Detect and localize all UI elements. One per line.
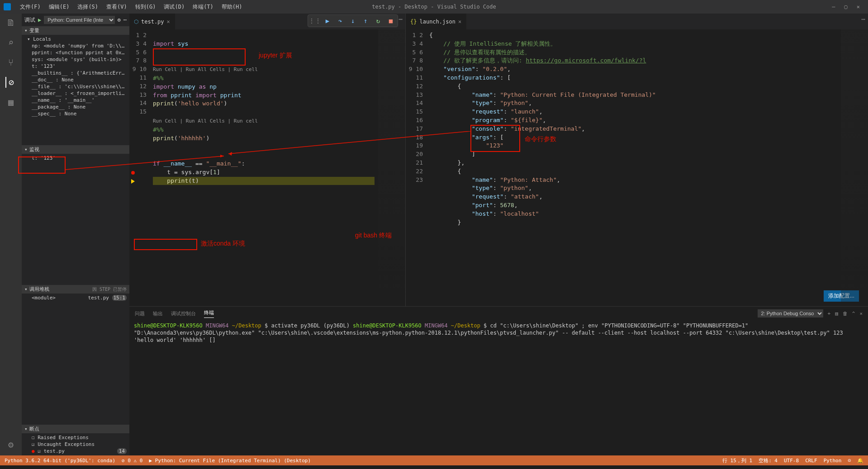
tab-close-icon[interactable]: ×	[458, 19, 461, 25]
debug-icon[interactable]: ⊘	[5, 77, 16, 88]
watch-row[interactable]: t: '123'	[22, 155, 129, 161]
explorer-icon[interactable]: 🗎	[5, 17, 16, 28]
tab-label: launch.json	[419, 19, 455, 25]
continue-icon[interactable]: ▶	[323, 16, 332, 26]
stop-icon[interactable]: ■	[386, 16, 396, 26]
step-into-icon[interactable]: ↓	[348, 16, 358, 26]
menu-selection[interactable]: 选择(S)	[74, 1, 102, 13]
panel-tab-debugconsole[interactable]: 调试控制台	[171, 310, 196, 317]
status-lang[interactable]: Python	[824, 458, 842, 464]
panel-tab-terminal[interactable]: 终端	[204, 309, 214, 318]
variable-row[interactable]: pprint: <function pprint at 0x000002A4…	[22, 49, 129, 56]
breakpoint-row[interactable]: ☑ Uncaught Exceptions	[22, 441, 129, 448]
close-panel-icon[interactable]: ×	[859, 311, 863, 317]
breakpoints-section[interactable]: ▾ 断点	[22, 425, 129, 433]
menu-view[interactable]: 查看(V)	[103, 1, 131, 13]
minimap[interactable]	[841, 29, 868, 306]
line-gutter: 1 2 3 4 5 6 7 8 9 10 11 12 13 14 15	[129, 29, 153, 306]
menu-file[interactable]: 文件(F)	[16, 1, 44, 13]
callstack-section[interactable]: ▾ 调用堆栈因 STEP 已暂停	[22, 285, 129, 294]
terminal[interactable]: shine@DESKTOP-KLK956O MINGW64 ~/Desktop …	[129, 320, 868, 455]
status-bell-icon[interactable]: 🔔	[857, 458, 863, 464]
drag-handle-icon[interactable]: ⋮⋮	[310, 16, 320, 26]
titlebar: 文件(F) 编辑(E) 选择(S) 查看(V) 转到(G) 调试(D) 终端(T…	[0, 0, 868, 14]
tab-testpy[interactable]: ⬡ test.py ×	[129, 14, 175, 29]
variable-row[interactable]: t: '123'	[22, 63, 129, 70]
tab-close-icon[interactable]: ×	[167, 19, 170, 25]
locals-scope[interactable]: ▾ Locals	[22, 36, 129, 43]
breakpoint-row[interactable]: ☐ Raised Exceptions	[22, 434, 129, 441]
variables-section[interactable]: ▾ 变量	[22, 26, 129, 35]
minimap[interactable]	[378, 29, 405, 306]
variable-row[interactable]: __loader__ : <_frozen_importlib_externa…	[22, 90, 129, 97]
debug-config-dropdown[interactable]: Python: Current File (Inte	[44, 16, 114, 24]
json-file-icon: {}	[410, 19, 417, 25]
variable-row[interactable]: __builtins__ : {'ArithmeticError': <cla…	[22, 70, 129, 76]
extensions-icon[interactable]: ▦	[5, 97, 16, 108]
code-editor-right[interactable]: { // 使用 IntelliSense 了解相关属性。 // 悬停以查看现有属…	[429, 29, 868, 306]
activity-bar: 🗎 ⌕ ⑂ ⊘ ▦ ⚙	[0, 14, 22, 455]
variable-row[interactable]: __file__ : 'c:\\Users\\shine\\Desktop\\…	[22, 83, 129, 90]
terminal-dropdown[interactable]: 2: Python Debug Conso	[758, 309, 823, 317]
scm-icon[interactable]: ⑂	[5, 57, 16, 68]
status-line[interactable]: 行 15，列 1	[722, 457, 752, 464]
status-encoding[interactable]: UTF-8	[784, 458, 799, 464]
watch-section[interactable]: ▾ 监视	[22, 145, 129, 154]
close-icon[interactable]: ✕	[857, 4, 860, 10]
variable-row[interactable]: __package__ : None	[22, 104, 129, 110]
gear-icon[interactable]: ⚙	[118, 17, 121, 23]
step-out-icon[interactable]: ↑	[360, 16, 370, 26]
settings-gear-icon[interactable]: ⚙	[5, 439, 16, 450]
bottom-panel: 问题 输出 调试控制台 终端 2: Python Debug Conso + ▥…	[129, 306, 868, 455]
menu-bar: 文件(F) 编辑(E) 选择(S) 查看(V) 转到(G) 调试(D) 终端(T…	[16, 1, 246, 13]
editor-tabs-right: {} launch.json × ⋯	[406, 14, 868, 29]
variable-row[interactable]: sys: <module 'sys' (built-in)>	[22, 56, 129, 63]
statusbar: Python 3.6.2 64-bit ('py36DL': conda) ⊘ …	[0, 455, 868, 465]
status-problems[interactable]: ⊘ 0 ⚠ 0	[122, 458, 142, 464]
more-actions-icon[interactable]: ⋯	[399, 15, 403, 23]
new-terminal-icon[interactable]: +	[828, 311, 831, 317]
maximize-icon[interactable]: ▢	[844, 4, 848, 10]
maximize-panel-icon[interactable]: ^	[852, 311, 855, 317]
variable-row[interactable]: __doc__ : None	[22, 76, 129, 83]
variable-row[interactable]: __name__ : '__main__'	[22, 97, 129, 104]
callstack-row[interactable]: <module>test.py 15:1	[22, 294, 129, 301]
menu-go[interactable]: 转到(G)	[132, 1, 160, 13]
debug-sidebar: 调试 ▶ Python: Current File (Inte ⚙ ⋯ ▾ 变量…	[22, 14, 129, 455]
status-spaces[interactable]: 空格: 4	[759, 457, 778, 464]
status-eol[interactable]: CRLF	[805, 458, 817, 464]
debug-label: 调试	[24, 16, 35, 24]
start-debug-icon[interactable]: ▶	[38, 17, 41, 23]
step-over-icon[interactable]: ↷	[335, 16, 345, 26]
more-actions-icon[interactable]: ⋯	[862, 15, 865, 23]
status-debug[interactable]: ▶ Python: Current File (Integrated Termi…	[149, 458, 311, 464]
variable-row[interactable]: np: <module 'numpy' from 'D:\\Anaconda…	[22, 43, 129, 49]
status-python[interactable]: Python 3.6.2 64-bit ('py36DL': conda)	[5, 458, 115, 464]
panel-tab-problems[interactable]: 问题	[135, 310, 145, 317]
status-feedback-icon[interactable]: ☺	[848, 458, 851, 464]
debug-toolbar[interactable]: ⋮⋮ ▶ ↷ ↓ ↑ ↻ ■	[308, 14, 398, 27]
menu-debug[interactable]: 调试(D)	[160, 1, 188, 13]
minimize-icon[interactable]: —	[832, 4, 835, 10]
window-title: test.py - Desktop - Visual Studio Code	[372, 4, 496, 10]
split-terminal-icon[interactable]: ▥	[835, 311, 838, 317]
restart-icon[interactable]: ↻	[373, 16, 383, 26]
menu-help[interactable]: 帮助(H)	[218, 1, 246, 13]
more-icon[interactable]: ⋯	[123, 17, 127, 23]
variable-row[interactable]: __spec__ : None	[22, 110, 129, 117]
code-editor-left[interactable]: import sys Run Cell | Run All Cells | Ru…	[153, 29, 405, 306]
line-gutter-right: 1 2 3 4 5 6 7 8 9 10 11 12 13 14 15 16 1…	[406, 29, 429, 306]
python-file-icon: ⬡	[134, 19, 138, 25]
menu-terminal[interactable]: 终端(T)	[189, 1, 217, 13]
tab-launchjson[interactable]: {} launch.json ×	[406, 14, 466, 29]
vscode-logo-icon	[4, 3, 11, 10]
kill-terminal-icon[interactable]: 🗑	[843, 311, 848, 317]
breakpoint-row[interactable]: ● ☑ test.py14	[22, 448, 129, 455]
search-icon[interactable]: ⌕	[5, 37, 16, 48]
tab-label: test.py	[141, 19, 164, 25]
menu-edit[interactable]: 编辑(E)	[45, 1, 73, 13]
panel-tab-output[interactable]: 输出	[153, 310, 163, 317]
